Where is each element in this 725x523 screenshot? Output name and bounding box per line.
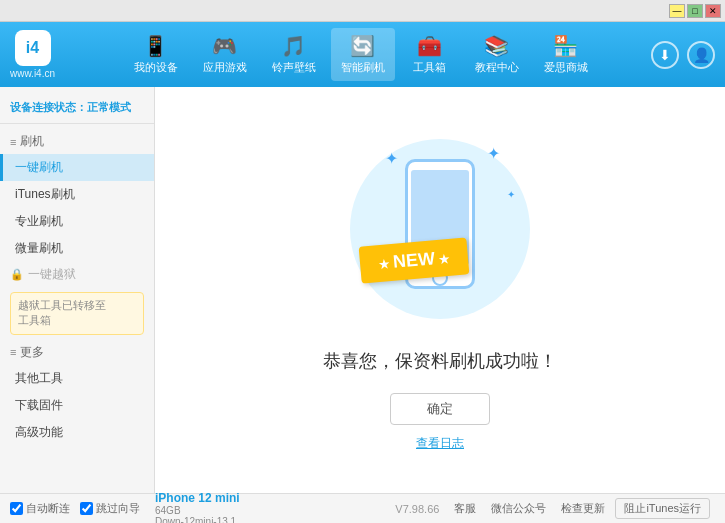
user-button[interactable]: 👤 <box>687 41 715 69</box>
auto-disconnect-label: 自动断连 <box>26 501 70 516</box>
my-device-icon: 📱 <box>143 34 168 58</box>
view-log-link[interactable]: 查看日志 <box>416 435 464 452</box>
sparkle-right: ✦ <box>487 144 500 163</box>
close-button[interactable]: ✕ <box>705 4 721 18</box>
download-firmware-label: 下载固件 <box>15 398 63 412</box>
sidebar-item-download-firmware[interactable]: 下载固件 <box>0 392 154 419</box>
header-right: ⬇ 👤 <box>651 41 715 69</box>
sparkle-left: ✦ <box>385 149 398 168</box>
sidebar-section-jailbreak: 🔒 一键越狱 <box>0 262 154 287</box>
nav-smart-shop[interactable]: 🔄 智能刷机 <box>331 28 395 81</box>
nav-tutorials-label: 教程中心 <box>475 60 519 75</box>
sidebar-item-micro-flash[interactable]: 微量刷机 <box>0 235 154 262</box>
itunes-flash-label: iTunes刷机 <box>15 187 75 201</box>
smart-shop-icon: 🔄 <box>350 34 375 58</box>
think-city-icon: 🏪 <box>553 34 578 58</box>
logo-url: www.i4.cn <box>10 68 55 79</box>
nav-bar: 📱 我的设备 🎮 应用游戏 🎵 铃声壁纸 🔄 智能刷机 🧰 工具箱 📚 教程中心… <box>70 28 651 81</box>
nav-toolbox[interactable]: 🧰 工具箱 <box>400 28 460 81</box>
auto-disconnect-input[interactable] <box>10 502 23 515</box>
bottom-left: 自动断连 跳过向导 iPhone 12 mini 64GB Down-12min… <box>10 491 395 524</box>
tutorials-icon: 📚 <box>484 34 509 58</box>
confirm-button[interactable]: 确定 <box>390 393 490 425</box>
download-button[interactable]: ⬇ <box>651 41 679 69</box>
service-link[interactable]: 客服 <box>454 501 476 516</box>
jailbreak-label: 一键越狱 <box>28 266 76 283</box>
nav-ringtone-label: 铃声壁纸 <box>272 60 316 75</box>
main-area: 设备连接状态：正常模式 ≡ 刷机 一键刷机 iTunes刷机 专业刷机 微量刷机… <box>0 87 725 493</box>
device-status: 设备连接状态：正常模式 <box>0 95 154 124</box>
sidebar: 设备连接状态：正常模式 ≡ 刷机 一键刷机 iTunes刷机 专业刷机 微量刷机… <box>0 87 155 493</box>
version-label: V7.98.66 <box>395 503 439 515</box>
bottom-right: V7.98.66 客服 微信公众号 检查更新 <box>395 501 605 516</box>
logo[interactable]: i4 www.i4.cn <box>10 30 55 79</box>
auto-disconnect-checkbox[interactable]: 自动断连 <box>10 501 70 516</box>
sparkle-small: ✦ <box>507 189 515 200</box>
success-title: 恭喜您，保资料刷机成功啦！ <box>323 349 557 373</box>
micro-flash-label: 微量刷机 <box>15 241 63 255</box>
minimize-button[interactable]: — <box>669 4 685 18</box>
nav-app-games-label: 应用游戏 <box>203 60 247 75</box>
sidebar-item-onekey-flash[interactable]: 一键刷机 <box>0 154 154 181</box>
device-model: Down-12mini-13,1 <box>155 516 240 524</box>
app-games-icon: 🎮 <box>212 34 237 58</box>
device-storage: 64GB <box>155 505 240 516</box>
sidebar-item-itunes-flash[interactable]: iTunes刷机 <box>0 181 154 208</box>
nav-ringtone[interactable]: 🎵 铃声壁纸 <box>262 28 326 81</box>
success-illustration: ✦ ✦ ✦ NEW <box>340 129 540 329</box>
nav-my-device-label: 我的设备 <box>134 60 178 75</box>
device-name: iPhone 12 mini <box>155 491 240 505</box>
nav-tutorials[interactable]: 📚 教程中心 <box>465 28 529 81</box>
sidebar-notice-text: 越狱工具已转移至工具箱 <box>18 299 106 326</box>
section-icon-flash: ≡ <box>10 136 16 148</box>
section-icon-more: ≡ <box>10 346 16 358</box>
nav-think-city-label: 爱思商城 <box>544 60 588 75</box>
nav-smart-shop-label: 智能刷机 <box>341 60 385 75</box>
title-bar: — □ ✕ <box>0 0 725 22</box>
nav-think-city[interactable]: 🏪 爱思商城 <box>534 28 598 81</box>
nav-toolbox-label: 工具箱 <box>413 60 446 75</box>
skip-wizard-label: 跳过向导 <box>96 501 140 516</box>
skip-wizard-checkbox[interactable]: 跳过向导 <box>80 501 140 516</box>
more-label: 更多 <box>20 344 44 361</box>
sidebar-notice: 越狱工具已转移至工具箱 <box>10 292 144 335</box>
advanced-label: 高级功能 <box>15 425 63 439</box>
lock-icon: 🔒 <box>10 268 24 281</box>
sidebar-section-flash-label: 刷机 <box>20 133 44 150</box>
maximize-button[interactable]: □ <box>687 4 703 18</box>
sidebar-section-more: ≡ 更多 <box>0 340 154 365</box>
sidebar-section-flash: ≡ 刷机 <box>0 129 154 154</box>
wechat-link[interactable]: 微信公众号 <box>491 501 546 516</box>
nav-app-games[interactable]: 🎮 应用游戏 <box>193 28 257 81</box>
update-link[interactable]: 检查更新 <box>561 501 605 516</box>
skip-wizard-input[interactable] <box>80 502 93 515</box>
logo-icon: i4 <box>15 30 51 66</box>
status-label: 设备连接状态： <box>10 101 87 113</box>
header: i4 www.i4.cn 📱 我的设备 🎮 应用游戏 🎵 铃声壁纸 🔄 智能刷机… <box>0 22 725 87</box>
sidebar-item-other-tools[interactable]: 其他工具 <box>0 365 154 392</box>
status-value: 正常模式 <box>87 101 131 113</box>
nav-my-device[interactable]: 📱 我的设备 <box>124 28 188 81</box>
content-area: ✦ ✦ ✦ NEW 恭喜您，保资料刷机成功啦！ 确定 查看日志 <box>155 87 725 493</box>
other-tools-label: 其他工具 <box>15 371 63 385</box>
device-info: iPhone 12 mini 64GB Down-12mini-13,1 <box>155 491 240 524</box>
toolbox-icon: 🧰 <box>417 34 442 58</box>
ringtone-icon: 🎵 <box>281 34 306 58</box>
bottom-bar: 自动断连 跳过向导 iPhone 12 mini 64GB Down-12min… <box>0 493 725 523</box>
pro-flash-label: 专业刷机 <box>15 214 63 228</box>
sidebar-item-advanced[interactable]: 高级功能 <box>0 419 154 446</box>
sidebar-item-pro-flash[interactable]: 专业刷机 <box>0 208 154 235</box>
stop-itunes-button[interactable]: 阻止iTunes运行 <box>615 498 710 519</box>
onekey-flash-label: 一键刷机 <box>15 160 63 174</box>
